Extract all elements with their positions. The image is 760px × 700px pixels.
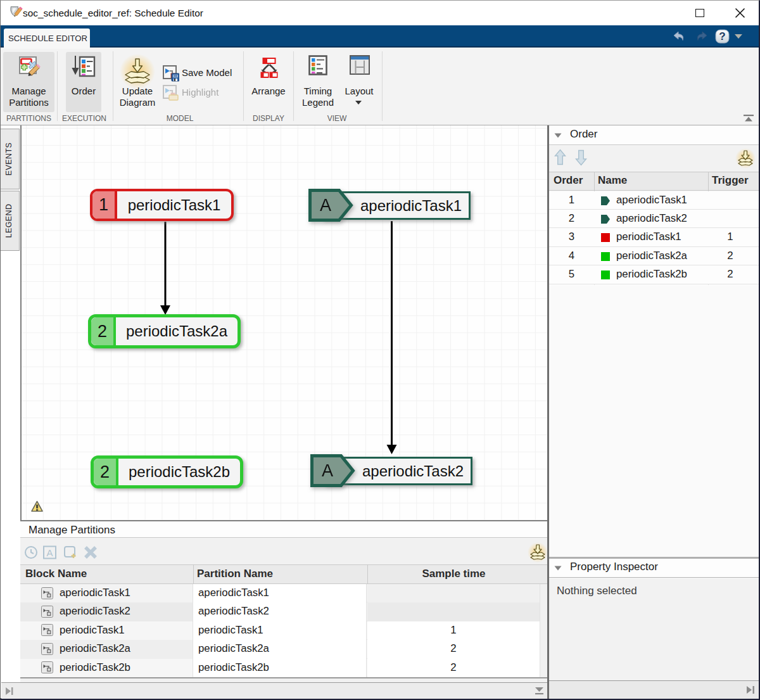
svg-text:A: A [46,547,53,558]
svg-text:A: A [322,461,333,480]
svg-text:A: A [320,196,331,215]
svg-text:?: ? [719,30,725,42]
